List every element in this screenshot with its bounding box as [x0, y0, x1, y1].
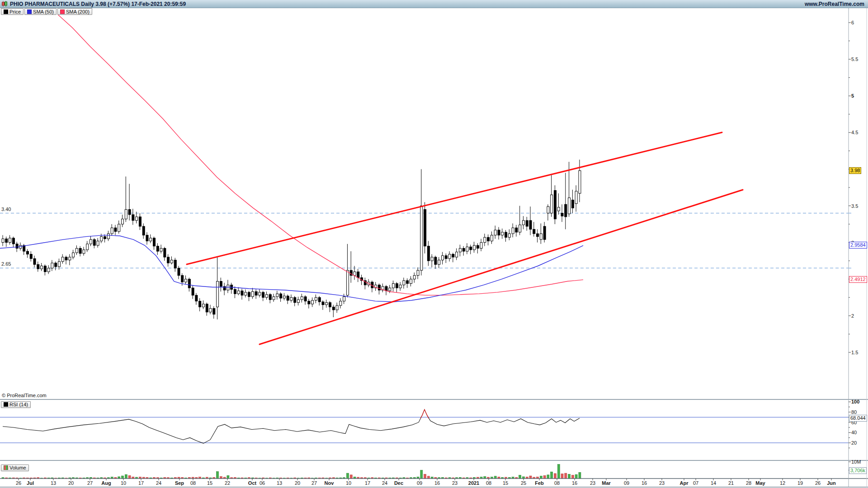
x-axis-tick-label: 24: [382, 480, 387, 486]
candle-body: [202, 304, 204, 307]
x-axis-tick-label: 16: [572, 480, 577, 486]
volume-bar: [125, 474, 127, 479]
x-axis-tick-label: 19: [797, 480, 803, 486]
volume-bar: [529, 476, 532, 479]
candle-body: [174, 260, 176, 268]
candle-body: [557, 207, 560, 211]
volume-bar: [346, 473, 349, 479]
last-price-box: 3.98: [849, 167, 861, 174]
x-axis-tick-label: Sep: [175, 480, 184, 486]
website-link[interactable]: www.ProRealTime.com: [805, 1, 864, 7]
sma200-legend-button[interactable]: SMA (200): [57, 8, 92, 15]
level-label-2-65: 2.65: [1, 261, 11, 267]
candle-body: [515, 228, 518, 232]
candle-body: [424, 210, 426, 246]
candle-body: [160, 249, 162, 251]
candle-body: [150, 238, 152, 241]
candle-body: [269, 295, 271, 300]
candle-body: [44, 266, 46, 272]
candle-body: [132, 215, 134, 221]
candle-body: [568, 198, 571, 214]
candle-body: [403, 281, 405, 285]
candle-body: [346, 270, 349, 295]
candle-body: [55, 263, 57, 267]
candle-body: [501, 232, 504, 235]
candle-body: [146, 235, 148, 241]
volume-bar: [519, 475, 521, 479]
axis-ticks-layer: [19, 23, 851, 480]
candle-body: [181, 276, 184, 282]
x-axis-tick-label: 25: [521, 480, 526, 486]
candle-body: [266, 295, 268, 297]
x-axis-tick-label: 13: [277, 480, 282, 486]
candle-body: [26, 251, 28, 254]
price-legend-row: Price SMA (50) SMA (200): [1, 8, 92, 15]
rsi-legend-button[interactable]: RSI (14): [1, 400, 31, 408]
candle-body: [413, 276, 415, 279]
candle-body: [259, 292, 261, 295]
volume-bar: [557, 465, 560, 479]
candle-body: [69, 257, 71, 260]
candle-body: [118, 224, 120, 231]
candle-body: [315, 297, 317, 300]
volume-legend-button[interactable]: Volume: [1, 464, 29, 472]
candle-body: [234, 289, 236, 294]
volume-bar: [128, 475, 131, 479]
candle-body: [311, 300, 314, 304]
candle-body: [199, 301, 201, 307]
candle-body: [522, 221, 524, 225]
x-axis-tick-label: 09: [417, 480, 422, 486]
candle-body: [385, 286, 387, 291]
candle-body: [318, 297, 321, 302]
candle-body: [65, 257, 67, 260]
volume-bar: [571, 475, 574, 479]
x-axis-tick-label: 28: [746, 480, 751, 486]
candles-layer: [2, 160, 581, 319]
candle-body: [206, 304, 208, 312]
candle-body: [37, 264, 39, 269]
candle-body: [125, 210, 127, 219]
volume-bar: [427, 476, 429, 479]
candle-body: [290, 297, 292, 300]
volume-bar: [565, 473, 567, 479]
volume-value-box: 3,706k: [849, 467, 867, 474]
x-axis-tick-label: 20: [68, 480, 74, 486]
rsi-axis-label: 40: [851, 430, 857, 435]
candle-body: [164, 249, 166, 257]
candle-body: [41, 266, 43, 269]
x-axis-tick-label: 12: [780, 480, 785, 486]
candle-body: [107, 234, 109, 239]
price-swatch-icon: [4, 9, 8, 14]
candle-body: [484, 237, 486, 242]
candle-body: [392, 283, 395, 288]
volume-bar: [350, 475, 352, 479]
candle-body: [167, 257, 170, 263]
candle-body: [431, 257, 433, 261]
candle-body: [97, 241, 99, 245]
candle-body: [417, 270, 419, 275]
x-axis-tick-label: 13: [51, 480, 56, 486]
x-axis-tick-label: Nov: [325, 480, 334, 486]
x-axis-tick-label: 26: [815, 480, 821, 486]
x-axis-tick-label: 21: [728, 480, 734, 486]
chart-canvas: [0, 0, 868, 488]
sma50-value-box: 2.9584: [849, 242, 867, 249]
candle-body: [438, 260, 440, 265]
candle-body: [308, 301, 310, 304]
candle-body: [529, 221, 532, 229]
rsi-axis-label: 100: [851, 399, 859, 404]
x-axis-tick-label: Mar: [602, 480, 611, 486]
candle-body: [547, 206, 549, 213]
price-legend-button[interactable]: Price: [1, 8, 24, 15]
candle-body: [178, 268, 180, 275]
volume-bar: [551, 472, 553, 479]
candle-body: [459, 249, 461, 252]
candle-body: [104, 237, 106, 239]
candle-body: [262, 292, 264, 297]
candle-body: [61, 257, 64, 262]
sma50-legend-button[interactable]: SMA (50): [24, 8, 57, 15]
chart-title: PHIO PHARMACEUTICALS Daily 3.98 (+7.57%)…: [10, 1, 186, 7]
candle-body: [185, 279, 187, 282]
rsi-hot-segment: [420, 409, 429, 418]
candle-body: [494, 230, 496, 235]
